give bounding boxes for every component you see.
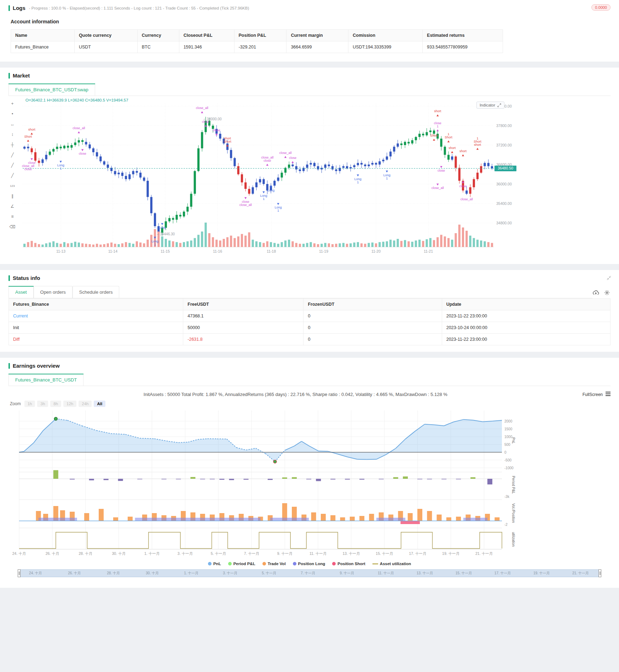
legend-label: Asset utilization [380,562,411,566]
legend-item-period-p-l[interactable]: Period P&L [228,562,255,566]
status-tab-asset[interactable]: Asset [8,286,34,298]
legend-item-position-long[interactable]: Position Long [293,562,325,566]
navigator-handle-right[interactable] [598,569,601,577]
svg-text:0: 0 [504,450,507,454]
svg-text:close_all: close_all [461,197,473,201]
legend-item-pnl[interactable]: PnL [208,562,221,566]
asset-table-header: Futures_BinanceFreeUSDTFrozenUSDTUpdate [9,299,611,310]
tab-market-symbol[interactable]: Futures_Binance_BTC_USDT:swap [8,84,95,96]
cloud-download-icon[interactable] [592,290,599,295]
cross-line-icon[interactable]: ┼ [8,141,16,148]
svg-text:short: short [474,143,481,147]
asset-col-header: Update [442,299,610,310]
asset-col-header: FrozenUSDT [303,299,442,310]
zoom-option-3h[interactable]: 3h [37,401,48,407]
tab-earnings-symbol[interactable]: Futures_Binance_BTC_USDT [8,374,83,386]
svg-text:close_all: close_all [239,203,252,207]
market-tab-row: Futures_Binance_BTC_USDT:swap [8,84,611,96]
asset-row-label: Diff [9,334,183,345]
vertical-line-icon[interactable]: ↕ [8,131,16,138]
earnings-stats: InitAssets : 50000 Total Profit: 1.867 %… [8,392,583,397]
zoom-option-8h[interactable]: 8h [50,401,61,407]
account-info-heading: Account information [11,19,611,24]
svg-text:close: close [264,159,271,162]
zoom-option-1h[interactable]: 1h [24,401,35,407]
candlestick-chart[interactable]: 38400.0037800.0037200.0036600.0036000.00… [8,97,611,257]
svg-text:Vol./Position: Vol./Position [511,503,515,523]
trade-marker: Long1 [57,161,64,171]
list-icon[interactable]: ≡ [8,213,16,220]
svg-text:30. 十月: 30. 十月 [112,551,126,556]
asset-table-row: Current47368.102023-11-22 23:00:00 [9,310,611,322]
asset-table-row: Init5000002023-10-24 00:00:00 [9,322,611,334]
svg-text:1000: 1000 [504,435,513,439]
section-accent-bar [8,363,10,369]
market-chart-area[interactable]: +•↔↕┼╱╱╱123∥∠≡⌫ Indicator 38400.0037800.… [8,97,611,258]
trade-marker: short [449,146,456,153]
legend-item-position-short[interactable]: Position Short [332,562,365,566]
status-tab-open-orders[interactable]: Open orders [34,286,73,298]
svg-text:short: short [28,128,36,131]
svg-text:1: 1 [386,177,388,180]
asset-row-label[interactable]: Current [9,310,183,322]
svg-text:13. 十一月: 13. 十一月 [342,551,360,556]
svg-text:PnL: PnL [511,437,515,444]
navigator-date-label: 30. 十月 [146,570,159,577]
earnings-chart[interactable]: 24. 十月26. 十月28. 十月30. 十月1. 十一月3. 十一月5. 十… [8,407,611,560]
parallel-lines-icon[interactable]: ∥ [8,193,16,200]
svg-text:11-20: 11-20 [371,249,381,253]
ray-icon[interactable]: ╱ [8,162,16,169]
svg-text:24. 十月: 24. 十月 [12,551,26,556]
trend-line-icon[interactable]: ╱ [8,172,16,179]
horizontal-line-icon[interactable]: ↔ [8,121,16,128]
dot-cursor-icon[interactable]: • [8,110,16,117]
svg-text:35400.00: 35400.00 [496,201,512,206]
account-col-header: Name [11,30,75,41]
navigator-handle-left[interactable] [18,569,21,577]
price-label-icon[interactable]: 123 [8,182,16,189]
indicator-button[interactable]: Indicator [476,102,504,109]
free-usdt-value: 47368.1 [183,310,303,322]
status-tab-row: AssetOpen ordersSchedule orders [8,286,592,298]
zoom-option-all[interactable]: All [94,401,105,407]
legend-item-trade-vol[interactable]: Trade Vol [262,562,286,566]
legend-item-asset-utilization[interactable]: Asset utilization [372,562,411,566]
svg-text:37800.00: 37800.00 [496,124,512,128]
fullscreen-label: FullScreen [583,392,603,397]
status-tab-schedule-orders[interactable]: Schedule orders [73,286,120,298]
svg-text:11-18: 11-18 [267,249,276,253]
earnings-card: Earnings overview Futures_Binance_BTC_US… [0,358,619,588]
market-card: Market Futures_Binance_BTC_USDT:swap +•↔… [0,68,619,264]
asset-row-label: Init [9,322,183,334]
trash-icon[interactable]: ⌫ [8,223,16,230]
trade-marker: Long1 [260,191,267,201]
gear-icon[interactable] [604,290,610,295]
logs-badge: 0.0000 [591,4,611,11]
angle-icon[interactable]: ∠ [8,203,16,210]
navigator-date-label: 1. 十一月 [184,570,198,577]
trade-marker: Long [159,223,166,230]
svg-text:11. 十一月: 11. 十一月 [310,551,326,556]
svg-text:-1000: -1000 [504,466,514,470]
svg-text:11-15: 11-15 [161,249,170,253]
navigator-date-label: 17. 十一月 [494,570,511,577]
svg-text:37200.00: 37200.00 [496,143,512,147]
crosshair-icon[interactable]: + [8,100,16,107]
legend-label: Position Short [337,562,365,566]
segment-icon[interactable]: ╱ [8,151,16,159]
svg-text:9. 十一月: 9. 十一月 [277,551,293,556]
svg-text:close: close [289,156,296,160]
range-navigator[interactable]: 24. 十月26. 十月28. 十月30. 十月1. 十一月3. 十一月5. 十… [18,569,601,577]
svg-text:Short: Short [24,135,32,138]
menu-icon[interactable] [606,392,611,397]
trade-marker: Long1 [354,174,361,184]
legend-symbol [332,562,336,565]
zoom-option-24h[interactable]: 24h [79,401,92,407]
zoom-option-12h[interactable]: 12h [63,401,76,407]
trade-marker: close1 [434,121,441,132]
collapse-icon[interactable] [607,276,611,280]
section-accent-bar [8,5,10,11]
svg-text:21. 十一月: 21. 十一月 [475,551,493,556]
svg-text:11-13: 11-13 [56,249,65,253]
fullscreen-button[interactable]: FullScreen [583,392,611,397]
